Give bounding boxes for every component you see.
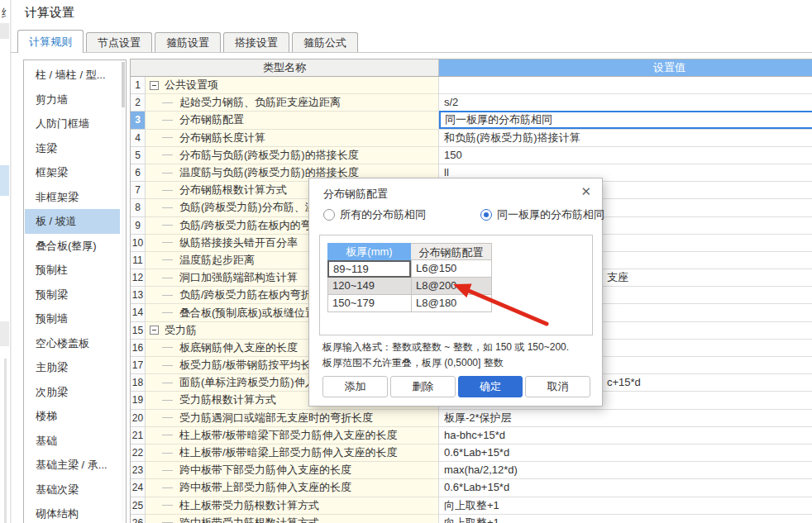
- sidebar-item[interactable]: 楼梯: [25, 404, 120, 429]
- row-number[interactable]: 26: [131, 515, 146, 523]
- row-value-cell[interactable]: 同一板厚的分布筋相同: [439, 112, 812, 129]
- row-number[interactable]: 13: [131, 287, 146, 304]
- row-number[interactable]: 9: [131, 217, 146, 235]
- tab-5[interactable]: 箍筋公式: [292, 32, 358, 53]
- radio-option[interactable]: 所有的分布筋相同: [323, 207, 426, 222]
- row-number[interactable]: 14: [131, 304, 146, 321]
- row-number[interactable]: 18: [131, 374, 146, 392]
- tab-3[interactable]: 箍筋设置: [155, 32, 221, 53]
- row-number[interactable]: 22: [131, 445, 146, 462]
- row-number[interactable]: 10: [131, 235, 146, 252]
- radio-icon[interactable]: [323, 209, 335, 221]
- tab-4[interactable]: 搭接设置: [223, 32, 289, 53]
- row-value-cell[interactable]: [439, 77, 812, 94]
- collapse-minus-icon[interactable]: [150, 81, 159, 90]
- background-text-fragment: 纟: [1, 6, 10, 21]
- row-number[interactable]: 11: [131, 252, 146, 269]
- row-value-cell[interactable]: 板厚-2*保护层: [439, 410, 812, 427]
- sidebar-item[interactable]: 板 / 坡道: [25, 209, 120, 234]
- row-name-cell[interactable]: 跨中板带下部受力筋伸入支座的长度: [146, 462, 439, 479]
- row-number[interactable]: 25: [131, 497, 146, 515]
- row-number[interactable]: 7: [131, 182, 146, 199]
- sidebar-item[interactable]: 次肋梁: [25, 380, 120, 405]
- grid-cell[interactable]: 150~179: [327, 295, 411, 312]
- sidebar-item[interactable]: 预制梁: [25, 283, 120, 307]
- row-value-cell[interactable]: 向上取整+1: [439, 515, 812, 523]
- row-number[interactable]: 21: [131, 427, 146, 445]
- row-number[interactable]: 8: [131, 199, 146, 216]
- row-value-cell[interactable]: 0.6*Lab+15*d: [439, 479, 812, 497]
- row-number[interactable]: 3: [131, 112, 146, 129]
- sidebar-item[interactable]: 叠合板(整厚): [25, 234, 120, 259]
- collapse-minus-icon[interactable]: [150, 326, 159, 335]
- grid-header-thickness[interactable]: 板厚(mm): [327, 243, 411, 260]
- row-name-cell[interactable]: 受力筋遇洞口或端部无支座时的弯折长度: [146, 410, 439, 427]
- grid-header-config[interactable]: 分布钢筋配置: [411, 243, 492, 260]
- delete-button[interactable]: 删除: [390, 376, 456, 397]
- sidebar-item[interactable]: 预制墙: [25, 307, 120, 331]
- row-number[interactable]: 5: [131, 147, 146, 164]
- row-name-cell[interactable]: 柱上板带受力筋根数计算方式: [146, 497, 439, 515]
- sidebar-item[interactable]: 基础主梁 / 承...: [25, 453, 120, 478]
- value-editbox[interactable]: 同一板厚的分布筋相同: [439, 111, 812, 128]
- sidebar-item[interactable]: 基础: [25, 429, 120, 454]
- row-value-cell[interactable]: s/2: [439, 94, 812, 112]
- sidebar-item[interactable]: 剪力墙: [25, 88, 120, 112]
- sidebar-item[interactable]: 柱 / 墙柱 / 型...: [25, 63, 120, 88]
- row-name-cell[interactable]: 柱上板带/板带暗梁下部受力筋伸入支座的长度: [146, 427, 439, 445]
- row-number[interactable]: 20: [131, 410, 146, 427]
- sidebar-item[interactable]: 人防门框墙: [25, 112, 120, 136]
- tab-1[interactable]: 计算规则: [17, 30, 84, 53]
- row-name-cell[interactable]: 跨中板带受力筋根数计算方式: [146, 515, 439, 523]
- radio-icon[interactable]: [480, 209, 492, 221]
- sidebar-item[interactable]: 框架梁: [25, 160, 120, 185]
- cancel-button[interactable]: 取消: [525, 376, 590, 397]
- row-name-cell[interactable]: 起始受力钢筋、负筋距支座边距离: [146, 94, 439, 112]
- row-value-cell[interactable]: 150: [439, 147, 812, 164]
- sidebar-item[interactable]: 空心楼盖板: [25, 331, 120, 356]
- row-number[interactable]: 12: [131, 269, 146, 287]
- row-name-cell[interactable]: 分布筋与负筋(跨板受力筋)的搭接长度: [146, 147, 439, 164]
- grid-cell[interactable]: 120~149: [327, 278, 411, 295]
- sidebar-item[interactable]: 预制柱: [25, 258, 120, 283]
- row-number[interactable]: 4: [131, 130, 146, 147]
- row-number[interactable]: 24: [131, 479, 146, 497]
- row-number[interactable]: 16: [131, 340, 146, 357]
- row-name-label: 跨中板带受力筋根数计算方式: [179, 516, 319, 523]
- row-name-cell[interactable]: 分布钢筋配置: [146, 112, 439, 129]
- row-value-cell[interactable]: max(ha/2,12*d): [439, 462, 812, 479]
- background-scrollbar[interactable]: [4, 359, 7, 523]
- row-name-cell[interactable]: 柱上板带/板带暗梁上部受力筋伸入支座的长度: [146, 445, 439, 462]
- tab-2[interactable]: 节点设置: [86, 32, 152, 53]
- ok-button[interactable]: 确定: [458, 376, 523, 397]
- add-button[interactable]: 添加: [322, 376, 388, 397]
- sidebar-item[interactable]: 非框架梁: [25, 185, 120, 210]
- grid-cell[interactable]: 89~119: [327, 260, 411, 278]
- sidebar-item[interactable]: 基础次梁: [25, 478, 120, 502]
- row-name-cell[interactable]: 公共设置项: [146, 77, 439, 94]
- sidebar-scrollbar-thumb[interactable]: [122, 62, 125, 107]
- tree-branch-icon: [162, 312, 173, 313]
- row-value-cell[interactable]: 向上取整+1: [439, 497, 812, 515]
- row-number[interactable]: 17: [131, 357, 146, 374]
- grid-cell[interactable]: L8@200: [411, 278, 492, 295]
- radio-option[interactable]: 同一板厚的分布筋相同: [480, 207, 604, 222]
- row-value-cell[interactable]: 和负筋(跨板受力筋)搭接计算: [439, 130, 812, 147]
- row-number[interactable]: 15: [131, 322, 146, 340]
- row-number[interactable]: 19: [131, 392, 146, 409]
- sidebar-item[interactable]: 砌体结构: [25, 502, 120, 523]
- row-name-cell[interactable]: 跨中板带上部受力筋伸入支座的长度: [146, 479, 439, 497]
- row-name-cell[interactable]: 分布钢筋长度计算: [146, 130, 439, 147]
- sidebar-item[interactable]: 连梁: [25, 136, 120, 161]
- close-icon[interactable]: ✕: [580, 184, 591, 199]
- row-number[interactable]: 23: [131, 462, 146, 479]
- grid-cell[interactable]: L6@150: [411, 260, 492, 278]
- row-number[interactable]: 2: [131, 94, 146, 112]
- row-value-cell[interactable]: 0.6*Lab+15*d: [439, 445, 812, 462]
- sidebar-item[interactable]: 主肋梁: [25, 355, 120, 380]
- row-number[interactable]: 1: [131, 77, 146, 94]
- row-number[interactable]: 6: [131, 164, 146, 182]
- row-value-cell[interactable]: ha-bhc+15*d: [439, 427, 812, 445]
- grid-cell[interactable]: L8@180: [411, 295, 492, 312]
- sidebar-scrollbar[interactable]: [122, 62, 125, 521]
